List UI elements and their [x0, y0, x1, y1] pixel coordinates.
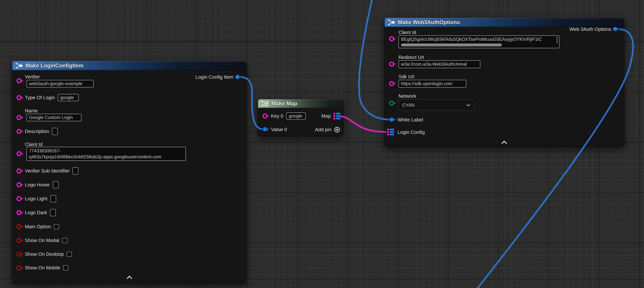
pin-description[interactable]: [16, 129, 24, 134]
pin-dot: [235, 75, 240, 79]
pin-name[interactable]: [16, 115, 24, 120]
output-pin-label: Login Config Item: [195, 74, 233, 80]
pin-show-on-mobile[interactable]: [16, 265, 24, 271]
node-header-make-web3auth-options[interactable]: Make Web3AuthOptions: [384, 18, 624, 27]
node-make-login-config-item[interactable]: Make LoginConfigItem Login Config Item V…: [12, 61, 246, 283]
map-value-cell: [336, 115, 340, 117]
pin-client-id[interactable]: [389, 36, 396, 42]
pin-verifier[interactable]: [16, 78, 24, 84]
blueprint-graph-canvas[interactable]: Make LoginConfigItem Login Config Item V…: [0, 0, 644, 288]
pin-ring: [17, 79, 21, 83]
pin-label-key-0: Key 0: [271, 113, 283, 119]
pin-redirect-url[interactable]: [389, 61, 396, 67]
show-on-modal-checkbox[interactable]: [62, 238, 68, 243]
node-make-map[interactable]: Make Map Key 0 google Value 0 Map: [258, 99, 343, 136]
pin-label-redirect-url: Redirect Url: [398, 55, 424, 60]
pin-arrow: [268, 128, 269, 130]
name-input[interactable]: Google Custom Login: [26, 114, 82, 121]
pin-ring: [390, 101, 394, 105]
logo-hover-input[interactable]: [53, 181, 59, 188]
map-key-cell: [387, 134, 389, 135]
pin-label-logo-dark: Logo Dark: [25, 210, 47, 215]
verifier-input[interactable]: web3auth-google-example: [26, 80, 94, 88]
node-header-make-login-config-item[interactable]: Make LoginConfigItem: [12, 61, 246, 70]
node-title: Make LoginConfigItem: [26, 63, 84, 69]
pin-logo-light[interactable]: [16, 196, 24, 202]
pin-ring: [17, 238, 21, 242]
pin-arrow: [22, 152, 23, 155]
pin-label-verifier-sub-identifier: Verifier Sub Identifier: [25, 168, 70, 174]
pin-sdk-url[interactable]: [389, 81, 396, 87]
icon-stroke-bottom: [388, 24, 390, 25]
name-value: Google Custom Login: [29, 115, 73, 120]
pin-network[interactable]: [389, 100, 396, 106]
pin-verifier-sub-identifier[interactable]: [16, 168, 24, 174]
wire-offscreen-to-white-label[interactable]: [359, 0, 389, 120]
icon-stroke-bottom: [262, 105, 263, 106]
node-make-web3auth-options[interactable]: Make Web3AuthOptions Web 3Auth Options C…: [384, 18, 624, 147]
sdk-url-input[interactable]: https://sdk.openlogin.com: [398, 80, 466, 88]
pin-ring: [263, 114, 267, 118]
map-key-cell: [387, 131, 389, 133]
pin-ring: [17, 183, 21, 187]
collapse-node-chevron[interactable]: [126, 275, 133, 279]
pin-map-output[interactable]: [333, 112, 341, 120]
pin-arrow: [22, 184, 23, 186]
pin-label-main-option: Main Option: [25, 224, 51, 229]
map-value-cell: [336, 118, 340, 119]
main-option-checkbox[interactable]: [54, 224, 59, 229]
pin-arrow: [22, 198, 23, 200]
pin-ring: [17, 96, 21, 100]
pin-arrow: [394, 118, 396, 121]
output-pin-label: Web 3Auth Options: [570, 27, 611, 32]
logo-light-input[interactable]: [50, 195, 56, 202]
pin-login-config-item-output[interactable]: [235, 74, 242, 80]
pin-ring: [17, 130, 21, 133]
show-on-mobile-checkbox[interactable]: [63, 265, 68, 270]
verifier-sub-identifier-input[interactable]: [72, 167, 78, 175]
client-id-input[interactable]: 774338308167- q463s7kpvja16l4l0kko3nb925…: [26, 147, 186, 161]
pin-show-on-modal[interactable]: [16, 237, 24, 243]
wire-map-to-login-config-glow: [340, 116, 386, 132]
sdk-url-value: https://sdk.openlogin.com: [401, 81, 452, 86]
add-pin-button[interactable]: Add pin: [315, 126, 340, 133]
wire-map-to-login-config[interactable]: [340, 116, 386, 132]
pin-ring: [390, 37, 394, 41]
plus-icon: [336, 128, 338, 131]
network-dropdown[interactable]: CYAN: [398, 100, 474, 111]
pin-web3auth-options-output[interactable]: [613, 26, 620, 32]
pin-arrow: [268, 115, 269, 117]
wire-offscreen-to-white-label-glow: [359, 0, 389, 120]
map-key-cell: [334, 115, 335, 117]
description-input[interactable]: [52, 128, 58, 135]
pin-logo-dark[interactable]: [16, 210, 24, 215]
show-on-desktop-checkbox[interactable]: [67, 251, 72, 257]
client-id-value: BEglQSgt4cUWcj6SKRdu5QkOXTsePmMcusG5EAoy…: [401, 37, 542, 42]
pin-white-label[interactable]: [389, 117, 396, 123]
pin-logo-hover[interactable]: [16, 182, 24, 188]
pin-type-of-login[interactable]: [16, 95, 24, 101]
pin-value-0[interactable]: [262, 126, 270, 132]
pin-key-0[interactable]: [262, 113, 270, 119]
pin-show-on-desktop[interactable]: [16, 251, 24, 257]
pin-arrow: [394, 63, 396, 65]
pin-ring: [17, 116, 21, 119]
key-0-input[interactable]: google: [286, 112, 306, 120]
pin-main-option[interactable]: [16, 224, 24, 230]
type-of-login-input[interactable]: google: [58, 94, 79, 101]
icon-stroke-bottom: [16, 67, 18, 68]
pin-label-show-on-desktop: Show On Desktop: [25, 251, 64, 257]
pin-login-config[interactable]: [387, 128, 394, 136]
pin-label-network: Network: [398, 93, 416, 99]
add-pin-icon: [334, 126, 340, 133]
pin-label-logo-light: Logo Light: [25, 196, 48, 201]
client-id-horizontal-scrollbar[interactable]: [401, 44, 502, 46]
pin-dot: [390, 118, 394, 122]
collapse-node-chevron[interactable]: [501, 140, 508, 144]
pin-arrow: [394, 82, 396, 85]
pin-ring: [17, 266, 21, 270]
redirect-url-input[interactable]: w3a://com.w3a.Web3AuthUnreal: [398, 60, 480, 68]
logo-dark-input[interactable]: [50, 209, 56, 216]
pin-client-id[interactable]: [16, 151, 24, 157]
node-header-make-map[interactable]: Make Map: [258, 99, 343, 108]
